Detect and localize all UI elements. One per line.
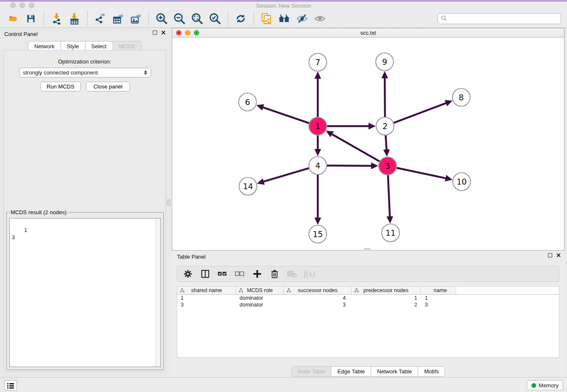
show-all-icon[interactable] — [313, 12, 327, 25]
list-icon — [7, 382, 14, 389]
table-panel-tabs: Node Table Edge Table Network Table Moti… — [172, 366, 564, 377]
graph-node-label: 7 — [315, 58, 320, 67]
cell-successor-nodes[interactable]: 4 — [284, 295, 352, 301]
table-settings-gear-icon[interactable] — [182, 268, 193, 279]
tab-network-table[interactable]: Network Table — [371, 366, 418, 377]
graph-edge[interactable] — [388, 174, 390, 217]
memory-button[interactable]: Memory — [527, 380, 563, 390]
dropdown-stepper-icon — [144, 70, 147, 75]
splitter-handle-vertical[interactable] — [167, 199, 171, 206]
cell-predecessor-nodes[interactable]: 2 — [352, 302, 421, 308]
zoom-out-icon[interactable] — [173, 12, 186, 25]
refresh-icon[interactable] — [234, 12, 248, 25]
zoom-selected-icon[interactable] — [208, 12, 222, 25]
tab-motifs[interactable]: Motifs — [418, 366, 445, 377]
close-panel-button[interactable]: Close panel — [86, 82, 130, 91]
save-session-icon[interactable] — [24, 12, 38, 25]
close-table-panel-icon[interactable]: ✕ — [556, 253, 561, 257]
memory-label: Memory — [539, 382, 559, 389]
toggle-column-panel-icon[interactable] — [200, 268, 211, 279]
function-builder-icon[interactable]: f(x) — [304, 269, 315, 279]
delete-column-icon[interactable] — [286, 268, 297, 279]
import-network-icon[interactable] — [50, 12, 63, 25]
table-toolbar: f(x) — [177, 266, 559, 282]
task-history-button[interactable] — [4, 380, 17, 391]
cell-mcds-role[interactable]: dominator — [236, 302, 284, 308]
column-type-icon — [354, 288, 359, 293]
toolbar-separator — [44, 11, 44, 26]
mcds-result-text: 1 3 — [12, 227, 27, 240]
float-panel-icon[interactable] — [153, 30, 157, 35]
optimization-criterion-select[interactable]: strongly connected component — [19, 68, 151, 77]
network-canvas[interactable]: 1234678910111415 — [172, 38, 564, 250]
cell-name[interactable]: 1 — [421, 295, 456, 301]
export-network-icon[interactable] — [94, 12, 107, 25]
graph-edge[interactable] — [392, 103, 447, 124]
search-icon — [441, 15, 447, 22]
graph-edge[interactable] — [325, 166, 372, 166]
result-scrollbar[interactable] — [155, 218, 160, 367]
column-header-mcds-role[interactable]: MCDS role — [236, 287, 284, 294]
hide-selected-icon[interactable] — [295, 12, 309, 25]
column-header-name[interactable]: name — [421, 287, 456, 294]
column-header-predecessor-nodes[interactable]: predecessor nodes — [352, 287, 421, 294]
network-window-titlebar[interactable]: ✕ − + scc.txt — [172, 28, 564, 38]
column-header-shared-name[interactable]: shared name — [177, 287, 236, 294]
tab-node-table[interactable]: Node Table — [291, 366, 332, 377]
graph-edge[interactable] — [385, 77, 385, 119]
graph-edge[interactable] — [331, 134, 381, 162]
close-panel-icon[interactable]: ✕ — [161, 30, 166, 35]
main-toolbar — [0, 9, 567, 28]
cell-shared-name[interactable]: 3 — [177, 302, 236, 308]
export-table-icon[interactable] — [111, 12, 125, 25]
open-session-icon[interactable] — [6, 12, 20, 25]
graph-node-label: 4 — [315, 161, 320, 170]
mcds-result-list[interactable]: 1 3 — [9, 218, 161, 367]
graph-node-label: 11 — [385, 228, 396, 237]
first-neighbors-icon[interactable] — [278, 12, 291, 25]
status-bar: Memory — [0, 377, 567, 392]
graph-edge[interactable] — [395, 168, 446, 179]
graph-edge[interactable] — [262, 107, 311, 124]
cell-predecessor-nodes[interactable]: 1 — [352, 295, 421, 301]
delete-row-trash-icon[interactable] — [269, 268, 280, 279]
graph-node-label: 10 — [457, 177, 467, 186]
mcds-result-title: MCDS result (2 nodes) — [9, 209, 68, 215]
zoom-fit-icon[interactable] — [190, 12, 204, 25]
table-panel: Table Panel ✕ f(x) — [172, 251, 564, 377]
node-table[interactable]: shared name MCDS role successor nodes pr… — [177, 286, 559, 358]
search-input[interactable] — [447, 15, 558, 22]
float-table-panel-icon[interactable] — [548, 253, 552, 257]
table-row[interactable]: 3 dominator 3 2 3 — [177, 301, 559, 308]
column-type-icon — [180, 288, 184, 293]
toolbar-separator — [228, 11, 228, 26]
tab-edge-table[interactable]: Edge Table — [331, 366, 371, 377]
add-column-icon[interactable] — [252, 268, 263, 279]
mcds-result-group: MCDS result (2 nodes) 1 3 — [6, 209, 164, 370]
cell-shared-name[interactable]: 1 — [177, 295, 236, 301]
optimization-criterion-label: Optimization criterion: — [4, 58, 165, 65]
graph-node-label: 2 — [383, 121, 388, 131]
import-table-icon[interactable] — [68, 12, 81, 25]
table-row[interactable]: 1 dominator 4 1 1 — [177, 295, 559, 301]
table-panel-title: Table Panel — [177, 254, 206, 260]
clone-network-icon[interactable] — [260, 12, 273, 25]
graph-node-label: 15 — [313, 229, 323, 239]
mcds-tab-content: Optimization criterion: strongly connect… — [3, 50, 166, 372]
graph-node-label: 3 — [385, 161, 390, 171]
column-header-successor-nodes[interactable]: successor nodes — [284, 287, 352, 294]
graph-edge[interactable] — [263, 168, 310, 182]
zoom-in-icon[interactable] — [155, 12, 168, 25]
control-panel: Control Panel ✕ Network Style Select MCD… — [0, 28, 169, 378]
export-image-icon[interactable] — [129, 12, 143, 25]
search-field[interactable] — [438, 13, 561, 24]
graph-edge[interactable] — [385, 134, 386, 150]
run-mcds-button[interactable]: Run MCDS — [40, 82, 81, 91]
cell-mcds-role[interactable]: dominator — [236, 295, 284, 301]
cell-name[interactable]: 3 — [421, 302, 456, 308]
cell-successor-nodes[interactable]: 3 — [284, 302, 352, 308]
select-all-rows-icon[interactable] — [217, 268, 228, 279]
column-type-icon — [286, 288, 291, 293]
deselect-all-rows-icon[interactable] — [234, 268, 245, 279]
memory-status-icon — [531, 383, 536, 388]
